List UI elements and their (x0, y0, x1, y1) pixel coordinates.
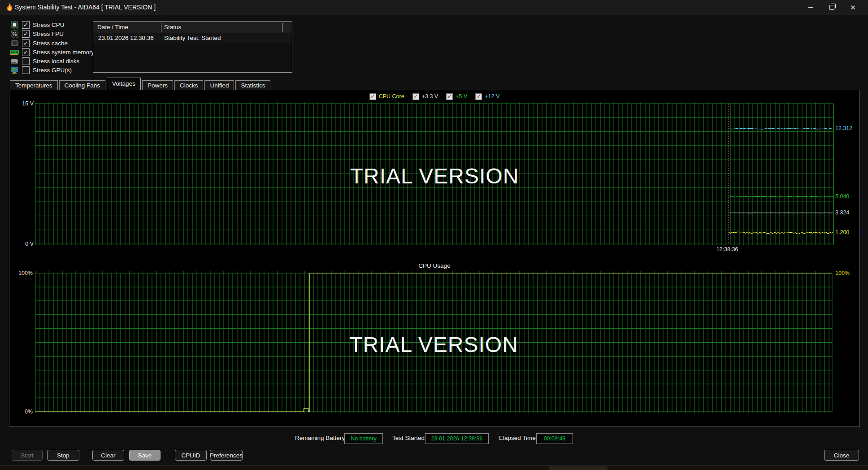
stress-cpu-checkbox[interactable]: ✓ (22, 21, 30, 29)
remaining-battery-label: Remaining Battery: (295, 435, 347, 441)
save-button[interactable]: Save (129, 450, 161, 461)
stress-option-label: Stress cache (33, 40, 68, 47)
voltage-legend: ✓CPU Core✓+3.3 V✓+5 V✓+12 V (9, 92, 859, 100)
legend-checkbox[interactable]: ✓ (412, 93, 419, 100)
tab-voltages[interactable]: Voltages (107, 78, 141, 90)
cache-icon (10, 39, 19, 47)
legend-item--12-v[interactable]: ✓+12 V (475, 93, 499, 100)
volt-value-label--5-v: 5.040 (835, 193, 849, 200)
cpu-usage-chart-title: CPU Usage (9, 262, 859, 269)
stress-option-label: Stress CPU (33, 22, 65, 28)
stress-fpu-checkbox[interactable]: ✓ (22, 30, 30, 38)
restore-button[interactable] (821, 0, 842, 15)
gpu-icon (10, 66, 19, 74)
stress-option-cache[interactable]: ✓ Stress cache (10, 39, 68, 48)
legend-checkbox[interactable]: ✓ (446, 93, 453, 100)
aida64-flame-icon (6, 3, 13, 12)
legend-checkbox[interactable]: ✓ (475, 93, 482, 100)
legend-label: +3.3 V (422, 93, 438, 100)
stress-option-disks[interactable]: Stress local disks (10, 57, 79, 65)
elapsed-time-value: 00:09:49 (536, 433, 573, 444)
trial-watermark: TRIAL VERSION (35, 164, 833, 188)
log-row-status: Stability Test: Started (164, 33, 221, 43)
stress-option-memory[interactable]: ✓ Stress system memory (10, 48, 94, 57)
stress-memory-checkbox[interactable]: ✓ (22, 48, 30, 56)
volt-value-label-cpu-core: 1.200 (835, 229, 849, 235)
stop-button[interactable]: Stop (47, 450, 79, 461)
legend-item-cpu-core[interactable]: ✓CPU Core (369, 93, 404, 100)
taskbar-item (549, 466, 608, 470)
legend-label: +12 V (485, 93, 499, 100)
start-button[interactable]: Start (12, 450, 43, 461)
event-log-table[interactable]: Date / Time Status 23.01.2026 12:38:36 S… (93, 21, 292, 73)
tab-statistics[interactable]: Statistics (235, 80, 270, 90)
cpuid-button[interactable]: CPUID (175, 450, 207, 461)
minimize-button[interactable] (800, 0, 821, 15)
tab-temperatures[interactable]: Temperatures (10, 80, 58, 90)
usage-current-value-label: 100% (835, 270, 850, 276)
elapsed-time-label: Elapsed Time: (499, 435, 538, 441)
volt-x-tick-label: 12:38:36 (707, 246, 747, 252)
column-separator[interactable] (161, 23, 161, 32)
fpu-icon: % (10, 30, 19, 38)
legend-checkbox[interactable]: ✓ (369, 93, 376, 100)
close-icon: ✕ (850, 4, 856, 12)
log-row[interactable]: 23.01.2026 12:38:36 Stability Test: Star… (93, 33, 292, 43)
legend-label: CPU Core (379, 93, 404, 100)
stress-option-label: Stress local disks (33, 58, 79, 65)
stress-option-gpu[interactable]: Stress GPU(s) (10, 66, 72, 74)
test-started-value: 23.01.2026 12:38:36 (425, 433, 489, 444)
close-button[interactable]: Close (824, 450, 859, 461)
stress-gpu-checkbox[interactable] (22, 66, 30, 74)
chart-tabstrip: Temperatures Cooling Fans Voltages Power… (10, 78, 272, 90)
log-row-datetime: 23.01.2026 12:38:36 (98, 33, 154, 43)
title-bar[interactable]: System Stability Test - AIDA64 [ TRIAL V… (0, 0, 868, 15)
stress-option-fpu[interactable]: % ✓ Stress FPU (10, 30, 64, 38)
svg-text:%: % (12, 31, 17, 37)
window-title: System Stability Test - AIDA64 [ TRIAL V… (15, 0, 156, 15)
tab-clocks[interactable]: Clocks (174, 80, 204, 90)
stress-option-label: Stress FPU (33, 30, 64, 37)
trial-watermark: TRIAL VERSION (35, 332, 832, 357)
volt-value-label--3-3-v: 3.324 (835, 209, 849, 216)
volt-axis-min-label: 0 V (13, 241, 34, 247)
column-separator[interactable] (282, 23, 282, 32)
test-started-label: Test Started: (392, 435, 426, 441)
remaining-battery-value: No battery (344, 433, 383, 444)
stress-disks-checkbox[interactable] (22, 57, 30, 65)
legend-item--3-3-v[interactable]: ✓+3.3 V (412, 93, 438, 100)
column-header-datetime[interactable]: Date / Time (97, 22, 128, 33)
usage-axis-min-label: 0% (12, 409, 33, 415)
legend-label: +5 V (456, 93, 467, 100)
cpu-icon (10, 21, 19, 29)
clear-button[interactable]: Clear (92, 450, 124, 461)
memory-icon (10, 48, 19, 56)
charts-panel: ✓CPU Core✓+3.3 V✓+5 V✓+12 V 15 V 0 V TRI… (9, 90, 860, 427)
stress-option-cpu[interactable]: ✓ Stress CPU (10, 21, 65, 29)
app-window: System Stability Test - AIDA64 [ TRIAL V… (0, 0, 868, 470)
legend-item--5-v[interactable]: ✓+5 V (446, 93, 467, 100)
stress-cache-checkbox[interactable]: ✓ (22, 39, 30, 47)
stress-option-label: Stress GPU(s) (33, 67, 72, 74)
restore-icon (829, 5, 834, 10)
desktop-strip (0, 465, 868, 470)
tab-unified[interactable]: Unified (204, 80, 234, 90)
column-header-status[interactable]: Status (164, 22, 181, 33)
volt-axis-max-label: 15 V (13, 100, 34, 107)
preferences-button[interactable]: Preferences (210, 450, 243, 461)
stress-option-label: Stress system memory (33, 49, 94, 56)
event-log-header[interactable]: Date / Time Status (93, 22, 292, 33)
volt-value-label--12-v: 12.312 (835, 125, 852, 131)
close-window-button[interactable]: ✕ (842, 0, 864, 15)
usage-axis-max-label: 100% (12, 270, 33, 276)
tab-cooling-fans[interactable]: Cooling Fans (59, 80, 106, 90)
disk-icon (10, 57, 19, 65)
tab-powers[interactable]: Powers (142, 80, 173, 90)
minimize-icon (808, 7, 813, 8)
